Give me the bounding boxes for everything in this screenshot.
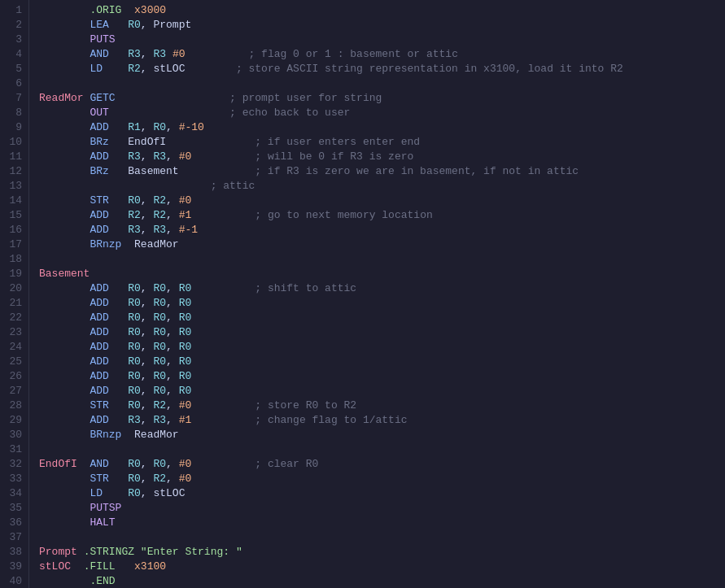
token-comment: ; flag 0 or 1 : basement or attic bbox=[249, 47, 458, 62]
code-content[interactable]: .ORIG x3000 LEA R0, Prompt PUTS AND R3, … bbox=[29, 0, 725, 588]
code-line: ADD R3, R3, #-1 bbox=[39, 223, 725, 237]
token-kw-purple: HALT bbox=[39, 516, 116, 530]
token-plain bbox=[77, 545, 84, 560]
token-plain bbox=[39, 574, 90, 588]
code-line: ADD R0, R0, R0 bbox=[39, 355, 725, 369]
token-kw-cyan: R0 bbox=[128, 472, 141, 486]
token-kw-cyan: R0 bbox=[179, 369, 192, 384]
code-line: ADD R1, R0, #-10 bbox=[39, 120, 725, 135]
token-kw-cyan: R2 bbox=[153, 208, 166, 223]
token-kw-orange: #1 bbox=[179, 208, 192, 223]
code-line bbox=[39, 252, 725, 267]
code-line: ReadMor GETC ; prompt user for string bbox=[39, 91, 725, 106]
line-number: 26 bbox=[3, 369, 22, 384]
line-number: 30 bbox=[3, 428, 22, 442]
token-plain: , bbox=[141, 208, 154, 223]
code-line: BRz Basement ; if R3 is zero we are in b… bbox=[39, 164, 725, 179]
line-number: 3 bbox=[3, 33, 22, 47]
token-plain: , bbox=[141, 296, 154, 311]
token-plain bbox=[103, 486, 128, 501]
token-plain: , bbox=[166, 457, 179, 472]
token-kw-cyan: R0 bbox=[153, 340, 166, 355]
token-kw-cyan: R3 bbox=[128, 47, 141, 62]
token-kw-cyan: R3 bbox=[153, 223, 166, 237]
line-number: 15 bbox=[3, 208, 22, 223]
token-plain bbox=[109, 150, 128, 164]
token-comment: ; change flag to 1/attic bbox=[255, 413, 407, 428]
code-editor: 1234567891011121314151617181920212223242… bbox=[0, 0, 725, 588]
token-kw-cyan: R0 bbox=[179, 325, 192, 340]
token-kw-orange: #0 bbox=[173, 47, 186, 62]
line-number: 36 bbox=[3, 516, 22, 530]
token-plain bbox=[109, 369, 128, 384]
token-kw-blue: ADD bbox=[39, 281, 109, 296]
code-line: PUTSP bbox=[39, 501, 725, 516]
token-plain bbox=[109, 223, 128, 237]
line-number: 10 bbox=[3, 135, 22, 150]
token-comment: ; if R3 is zero we are in basement, if n… bbox=[255, 164, 579, 179]
line-number: 14 bbox=[3, 194, 22, 208]
code-line: .END bbox=[39, 574, 725, 588]
token-kw-orange: #-10 bbox=[179, 120, 204, 135]
code-line: HALT bbox=[39, 516, 725, 530]
token-plain: , bbox=[141, 384, 154, 399]
token-plain: , bbox=[141, 120, 154, 135]
line-number: 4 bbox=[3, 47, 22, 62]
token-kw-cyan: R0 bbox=[179, 311, 192, 325]
token-kw-blue: STR bbox=[39, 472, 109, 486]
code-line: ADD R2, R2, #1 ; go to next memory locat… bbox=[39, 208, 725, 223]
token-kw-red: Prompt bbox=[39, 545, 77, 560]
token-kw-green: .END bbox=[90, 574, 115, 588]
token-plain: , bbox=[141, 47, 154, 62]
token-plain bbox=[191, 457, 255, 472]
line-number: 2 bbox=[3, 18, 22, 33]
token-kw-cyan: R2 bbox=[153, 399, 166, 413]
token-comment: ; echo back to user bbox=[229, 106, 350, 120]
line-number-gutter: 1234567891011121314151617181920212223242… bbox=[0, 0, 29, 588]
token-plain bbox=[109, 457, 128, 472]
token-kw-blue: AND bbox=[90, 457, 108, 472]
token-plain bbox=[103, 62, 128, 76]
token-kw-blue: ADD bbox=[39, 296, 109, 311]
token-plain: , bbox=[141, 413, 154, 428]
token-kw-red: Basement bbox=[39, 267, 90, 281]
token-comment: ; will be 0 if R3 is zero bbox=[255, 150, 413, 164]
token-comment: ; if user enters enter end bbox=[255, 135, 420, 150]
token-kw-blue: AND bbox=[39, 47, 109, 62]
code-line: AND R3, R3 #0 ; flag 0 or 1 : basement o… bbox=[39, 47, 725, 62]
token-kw-blue: LD bbox=[39, 62, 103, 76]
token-plain: , bbox=[166, 311, 179, 325]
token-plain: , bbox=[166, 223, 179, 237]
line-number: 11 bbox=[3, 150, 22, 164]
line-number: 34 bbox=[3, 486, 22, 501]
code-line bbox=[39, 76, 725, 91]
token-plain bbox=[185, 47, 248, 62]
token-kw-blue: ADD bbox=[39, 120, 109, 135]
line-number: 32 bbox=[3, 457, 22, 472]
token-plain: , bbox=[166, 355, 179, 369]
token-plain bbox=[109, 399, 128, 413]
token-kw-cyan: R2 bbox=[128, 62, 141, 76]
token-kw-cyan: R1 bbox=[128, 120, 141, 135]
token-kw-cyan: R0 bbox=[179, 340, 192, 355]
code-line bbox=[39, 442, 725, 457]
token-plain: , bbox=[141, 223, 154, 237]
token-kw-blue: ADD bbox=[39, 355, 109, 369]
token-kw-blue: LEA bbox=[39, 18, 109, 33]
token-plain: , bbox=[166, 194, 179, 208]
token-kw-cyan: R0 bbox=[153, 457, 166, 472]
token-comment: ; shift to attic bbox=[255, 281, 356, 296]
token-kw-red: EndOfI bbox=[39, 457, 77, 472]
token-kw-green: .FILL bbox=[84, 560, 116, 574]
token-kw-cyan: R0 bbox=[128, 296, 141, 311]
token-plain: Basement bbox=[109, 164, 255, 179]
token-kw-red: ReadMor bbox=[39, 91, 84, 106]
line-number: 37 bbox=[3, 530, 22, 545]
token-kw-orange: x3100 bbox=[134, 560, 166, 574]
token-plain: , bbox=[141, 472, 154, 486]
line-number: 5 bbox=[3, 62, 22, 76]
token-kw-blue: GETC bbox=[90, 91, 115, 106]
line-number: 40 bbox=[3, 574, 22, 588]
line-number: 19 bbox=[3, 267, 22, 281]
line-number: 9 bbox=[3, 120, 22, 135]
